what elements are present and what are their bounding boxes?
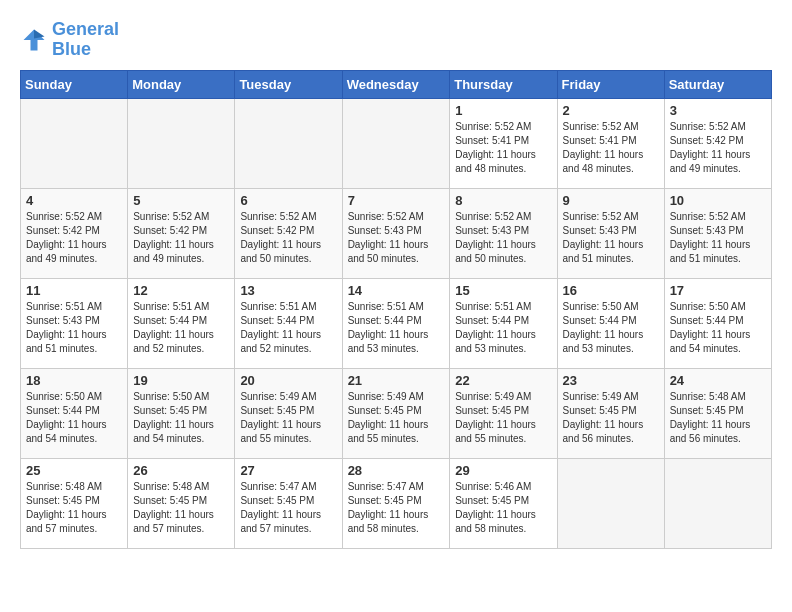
calendar-cell: [21, 98, 128, 188]
day-info: Sunrise: 5:52 AM Sunset: 5:43 PM Dayligh…: [348, 210, 445, 266]
calendar-cell: 24Sunrise: 5:48 AM Sunset: 5:45 PM Dayli…: [664, 368, 771, 458]
calendar-cell: 11Sunrise: 5:51 AM Sunset: 5:43 PM Dayli…: [21, 278, 128, 368]
week-row-2: 4Sunrise: 5:52 AM Sunset: 5:42 PM Daylig…: [21, 188, 772, 278]
day-info: Sunrise: 5:52 AM Sunset: 5:42 PM Dayligh…: [670, 120, 766, 176]
day-number: 17: [670, 283, 766, 298]
calendar-cell: 18Sunrise: 5:50 AM Sunset: 5:44 PM Dayli…: [21, 368, 128, 458]
page-header: General Blue: [20, 20, 772, 60]
logo: General Blue: [20, 20, 119, 60]
day-number: 5: [133, 193, 229, 208]
day-number: 11: [26, 283, 122, 298]
day-number: 10: [670, 193, 766, 208]
week-row-3: 11Sunrise: 5:51 AM Sunset: 5:43 PM Dayli…: [21, 278, 772, 368]
day-info: Sunrise: 5:52 AM Sunset: 5:43 PM Dayligh…: [563, 210, 659, 266]
day-number: 20: [240, 373, 336, 388]
calendar-cell: 6Sunrise: 5:52 AM Sunset: 5:42 PM Daylig…: [235, 188, 342, 278]
day-info: Sunrise: 5:51 AM Sunset: 5:43 PM Dayligh…: [26, 300, 122, 356]
calendar-cell: 28Sunrise: 5:47 AM Sunset: 5:45 PM Dayli…: [342, 458, 450, 548]
day-info: Sunrise: 5:52 AM Sunset: 5:43 PM Dayligh…: [455, 210, 551, 266]
day-number: 24: [670, 373, 766, 388]
day-header-saturday: Saturday: [664, 70, 771, 98]
calendar-cell: 23Sunrise: 5:49 AM Sunset: 5:45 PM Dayli…: [557, 368, 664, 458]
calendar-cell: 10Sunrise: 5:52 AM Sunset: 5:43 PM Dayli…: [664, 188, 771, 278]
calendar-cell: [342, 98, 450, 188]
day-header-monday: Monday: [128, 70, 235, 98]
day-header-thursday: Thursday: [450, 70, 557, 98]
day-number: 3: [670, 103, 766, 118]
day-number: 4: [26, 193, 122, 208]
day-info: Sunrise: 5:50 AM Sunset: 5:45 PM Dayligh…: [133, 390, 229, 446]
day-header-friday: Friday: [557, 70, 664, 98]
day-number: 15: [455, 283, 551, 298]
day-header-wednesday: Wednesday: [342, 70, 450, 98]
calendar-cell: 17Sunrise: 5:50 AM Sunset: 5:44 PM Dayli…: [664, 278, 771, 368]
calendar-table: SundayMondayTuesdayWednesdayThursdayFrid…: [20, 70, 772, 549]
calendar-cell: 7Sunrise: 5:52 AM Sunset: 5:43 PM Daylig…: [342, 188, 450, 278]
calendar-cell: 25Sunrise: 5:48 AM Sunset: 5:45 PM Dayli…: [21, 458, 128, 548]
calendar-cell: 21Sunrise: 5:49 AM Sunset: 5:45 PM Dayli…: [342, 368, 450, 458]
day-info: Sunrise: 5:47 AM Sunset: 5:45 PM Dayligh…: [348, 480, 445, 536]
calendar-cell: 3Sunrise: 5:52 AM Sunset: 5:42 PM Daylig…: [664, 98, 771, 188]
calendar-cell: 5Sunrise: 5:52 AM Sunset: 5:42 PM Daylig…: [128, 188, 235, 278]
day-info: Sunrise: 5:51 AM Sunset: 5:44 PM Dayligh…: [240, 300, 336, 356]
day-info: Sunrise: 5:52 AM Sunset: 5:42 PM Dayligh…: [133, 210, 229, 266]
week-row-5: 25Sunrise: 5:48 AM Sunset: 5:45 PM Dayli…: [21, 458, 772, 548]
day-info: Sunrise: 5:50 AM Sunset: 5:44 PM Dayligh…: [26, 390, 122, 446]
day-info: Sunrise: 5:50 AM Sunset: 5:44 PM Dayligh…: [563, 300, 659, 356]
day-number: 19: [133, 373, 229, 388]
calendar-cell: [128, 98, 235, 188]
calendar-header: SundayMondayTuesdayWednesdayThursdayFrid…: [21, 70, 772, 98]
day-info: Sunrise: 5:49 AM Sunset: 5:45 PM Dayligh…: [455, 390, 551, 446]
day-info: Sunrise: 5:46 AM Sunset: 5:45 PM Dayligh…: [455, 480, 551, 536]
day-number: 27: [240, 463, 336, 478]
calendar-cell: 16Sunrise: 5:50 AM Sunset: 5:44 PM Dayli…: [557, 278, 664, 368]
calendar-cell: 26Sunrise: 5:48 AM Sunset: 5:45 PM Dayli…: [128, 458, 235, 548]
day-number: 23: [563, 373, 659, 388]
calendar-cell: 15Sunrise: 5:51 AM Sunset: 5:44 PM Dayli…: [450, 278, 557, 368]
day-info: Sunrise: 5:48 AM Sunset: 5:45 PM Dayligh…: [133, 480, 229, 536]
calendar-cell: 9Sunrise: 5:52 AM Sunset: 5:43 PM Daylig…: [557, 188, 664, 278]
calendar-cell: 19Sunrise: 5:50 AM Sunset: 5:45 PM Dayli…: [128, 368, 235, 458]
calendar-cell: 4Sunrise: 5:52 AM Sunset: 5:42 PM Daylig…: [21, 188, 128, 278]
day-info: Sunrise: 5:50 AM Sunset: 5:44 PM Dayligh…: [670, 300, 766, 356]
day-info: Sunrise: 5:51 AM Sunset: 5:44 PM Dayligh…: [455, 300, 551, 356]
week-row-1: 1Sunrise: 5:52 AM Sunset: 5:41 PM Daylig…: [21, 98, 772, 188]
day-number: 1: [455, 103, 551, 118]
day-info: Sunrise: 5:51 AM Sunset: 5:44 PM Dayligh…: [133, 300, 229, 356]
day-number: 26: [133, 463, 229, 478]
day-number: 2: [563, 103, 659, 118]
day-number: 13: [240, 283, 336, 298]
day-info: Sunrise: 5:51 AM Sunset: 5:44 PM Dayligh…: [348, 300, 445, 356]
week-row-4: 18Sunrise: 5:50 AM Sunset: 5:44 PM Dayli…: [21, 368, 772, 458]
day-number: 16: [563, 283, 659, 298]
calendar-cell: 8Sunrise: 5:52 AM Sunset: 5:43 PM Daylig…: [450, 188, 557, 278]
day-number: 7: [348, 193, 445, 208]
day-info: Sunrise: 5:52 AM Sunset: 5:41 PM Dayligh…: [455, 120, 551, 176]
day-number: 28: [348, 463, 445, 478]
day-info: Sunrise: 5:52 AM Sunset: 5:43 PM Dayligh…: [670, 210, 766, 266]
day-info: Sunrise: 5:49 AM Sunset: 5:45 PM Dayligh…: [563, 390, 659, 446]
day-number: 21: [348, 373, 445, 388]
day-info: Sunrise: 5:49 AM Sunset: 5:45 PM Dayligh…: [240, 390, 336, 446]
calendar-cell: 1Sunrise: 5:52 AM Sunset: 5:41 PM Daylig…: [450, 98, 557, 188]
day-number: 8: [455, 193, 551, 208]
header-row: SundayMondayTuesdayWednesdayThursdayFrid…: [21, 70, 772, 98]
logo-icon: [20, 26, 48, 54]
calendar-cell: 29Sunrise: 5:46 AM Sunset: 5:45 PM Dayli…: [450, 458, 557, 548]
calendar-cell: [664, 458, 771, 548]
day-number: 12: [133, 283, 229, 298]
calendar-cell: 22Sunrise: 5:49 AM Sunset: 5:45 PM Dayli…: [450, 368, 557, 458]
logo-text: General Blue: [52, 20, 119, 60]
day-number: 25: [26, 463, 122, 478]
day-info: Sunrise: 5:49 AM Sunset: 5:45 PM Dayligh…: [348, 390, 445, 446]
calendar-cell: 14Sunrise: 5:51 AM Sunset: 5:44 PM Dayli…: [342, 278, 450, 368]
calendar-cell: 20Sunrise: 5:49 AM Sunset: 5:45 PM Dayli…: [235, 368, 342, 458]
day-number: 29: [455, 463, 551, 478]
calendar-cell: 13Sunrise: 5:51 AM Sunset: 5:44 PM Dayli…: [235, 278, 342, 368]
day-header-tuesday: Tuesday: [235, 70, 342, 98]
calendar-cell: [557, 458, 664, 548]
calendar-cell: 12Sunrise: 5:51 AM Sunset: 5:44 PM Dayli…: [128, 278, 235, 368]
day-info: Sunrise: 5:52 AM Sunset: 5:42 PM Dayligh…: [26, 210, 122, 266]
day-number: 14: [348, 283, 445, 298]
day-number: 6: [240, 193, 336, 208]
